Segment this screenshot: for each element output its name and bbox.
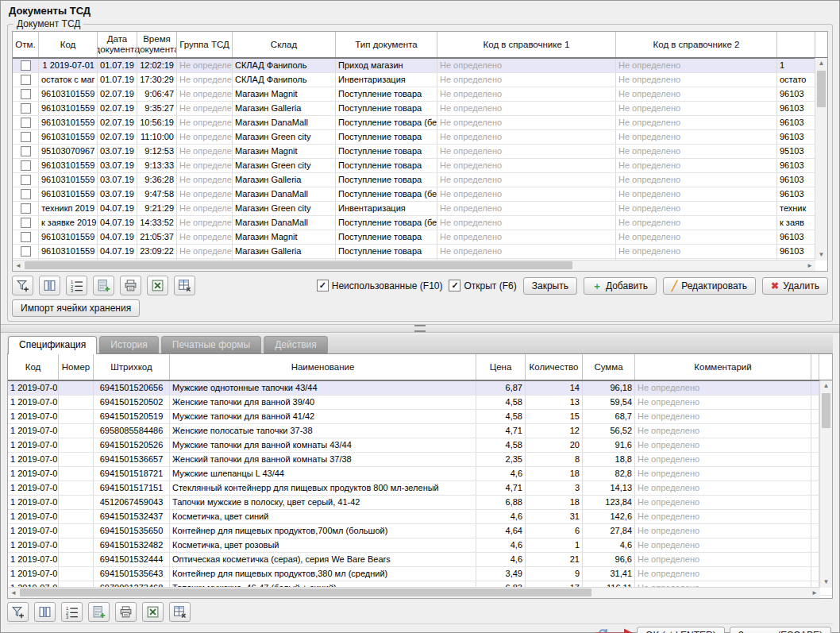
column-visibility-button[interactable] — [39, 276, 60, 295]
checkbox-unchecked-icon[interactable] — [21, 89, 31, 99]
table-row[interactable]: 1 2019-07-016941501518721Мужские шлепанц… — [8, 467, 832, 481]
table-row[interactable]: 1 2019-07-016941501532444Оптическая косм… — [8, 553, 832, 567]
checkbox-unchecked-icon[interactable] — [21, 175, 31, 185]
row-checkbox[interactable] — [13, 116, 39, 129]
vertical-scrollbar[interactable]: ▲ ▼ — [819, 380, 832, 588]
scrollbar-thumb[interactable] — [822, 393, 830, 428]
column-header-code[interactable]: Код — [8, 354, 59, 380]
table-row[interactable]: 1 2019-07-016941501532437Косметичка, цве… — [8, 510, 832, 524]
scrollbar-thumb[interactable] — [25, 261, 572, 269]
row-checkbox[interactable] — [13, 87, 39, 101]
column-header-code[interactable]: Код — [39, 32, 98, 57]
horizontal-scrollbar[interactable]: ◄ ► — [13, 260, 815, 271]
column-header-ref2[interactable]: Код в справочнике 2 — [616, 32, 777, 57]
column-header-comment[interactable]: Комментарий — [635, 354, 811, 380]
column-header-tail[interactable] — [777, 32, 815, 57]
table-row[interactable]: 1 2019-07-016941501532482Косметичка, цве… — [8, 538, 832, 553]
vertical-scrollbar[interactable]: ▲ ▼ — [815, 58, 827, 261]
column-header-time[interactable]: Время документа — [137, 32, 177, 57]
row-checkbox[interactable] — [13, 230, 39, 244]
tab-печатные-формы[interactable]: Печатные формы — [161, 336, 261, 353]
export-excel-button[interactable] — [142, 602, 164, 622]
scrollbar-thumb[interactable] — [817, 71, 826, 107]
table-row[interactable]: 1 2019-07-016941501520526Мужские тапочки… — [8, 438, 832, 453]
filter-unused[interactable]: ✓ Неиспользованные (F10) — [317, 280, 443, 291]
ok-button[interactable]: OK (ctrl ENTER) — [637, 627, 725, 633]
column-visibility-button[interactable] — [34, 602, 56, 622]
close-escape-button[interactable]: Закрыть (ESCAPE) — [730, 627, 831, 633]
filter-add-button[interactable] — [7, 602, 29, 622]
table-row[interactable]: 9610310155903.07.199:36:28Не определеноМ… — [13, 173, 827, 187]
grid-settings-button[interactable] — [169, 602, 191, 622]
row-checkbox[interactable] — [13, 173, 39, 187]
row-checkbox[interactable] — [13, 216, 39, 230]
checkbox-checked-icon[interactable]: ✓ — [317, 280, 329, 291]
column-header-sum[interactable]: Сумма — [583, 354, 635, 380]
table-row[interactable]: 1 2019-07-014512067459043Тапочки мужские… — [8, 496, 832, 510]
table-row[interactable]: 9510307096703.07.199:12:53Не определеноМ… — [13, 145, 827, 159]
row-checkbox[interactable] — [13, 202, 39, 215]
print-button[interactable] — [115, 602, 137, 622]
scroll-right-icon[interactable]: ► — [804, 261, 815, 271]
scroll-right-icon[interactable]: ► — [809, 588, 820, 598]
numbered-list-button[interactable]: 123 — [61, 602, 83, 622]
checkbox-unchecked-icon[interactable] — [21, 203, 31, 214]
column-header-price[interactable]: Цена — [476, 354, 526, 380]
table-row[interactable]: 1 2019-07-016941501520656Мужские однотон… — [8, 381, 832, 396]
checkbox-unchecked-icon[interactable] — [21, 118, 31, 128]
scrollbar-thumb[interactable] — [20, 589, 591, 596]
filter-add-button[interactable] — [12, 276, 33, 295]
table-row[interactable]: 1 2019-07-016941501520519Мужские тапочки… — [8, 410, 832, 424]
column-header-warehouse[interactable]: Склад — [233, 32, 336, 57]
column-header-number[interactable]: Номер — [59, 354, 94, 380]
edit-button[interactable]: ╱Редактировать — [663, 277, 756, 295]
row-checkbox[interactable] — [13, 159, 39, 172]
row-checkbox[interactable] — [13, 187, 39, 201]
table-row[interactable]: 1 2019-07-016941501535650Контейнер для п… — [8, 524, 832, 538]
close-button[interactable]: Закрыть — [523, 277, 577, 295]
scroll-down-icon[interactable]: ▼ — [815, 249, 827, 261]
scroll-up-icon[interactable]: ▲ — [820, 380, 832, 392]
column-header-ref1[interactable]: Код в справочнике 1 — [437, 32, 616, 57]
table-row[interactable]: 9610310155904.07.1921:05:37Не определено… — [13, 230, 827, 245]
table-row[interactable]: остаток с маг01.07.1917:30:29Не определе… — [13, 73, 827, 87]
import-storage-cell-button[interactable]: Импорт ячейки хранения — [12, 299, 140, 317]
filter-open[interactable]: ✓ Открыт (F6) — [449, 280, 516, 291]
export-excel-button[interactable] — [147, 276, 168, 295]
checkbox-unchecked-icon[interactable] — [21, 103, 31, 114]
table-row[interactable]: 1 2019-07-016941501536657Женский тапочки… — [8, 453, 832, 467]
checkbox-unchecked-icon[interactable] — [21, 189, 31, 199]
table-row[interactable]: 1 2019-07-016941501535643Контейнер для п… — [8, 567, 832, 581]
table-row[interactable]: 9610310155903.07.199:47:58Не определеноМ… — [13, 187, 827, 202]
column-header-group[interactable]: Группа ТСД — [177, 32, 233, 57]
checkbox-unchecked-icon[interactable] — [21, 146, 31, 156]
delete-button[interactable]: ✖Удалить — [762, 277, 828, 295]
scroll-down-icon[interactable]: ▼ — [820, 577, 832, 588]
table-row[interactable]: 1 2019-07-016941501520502Женские тапочки… — [8, 396, 832, 410]
tab-спецификация[interactable]: Спецификация — [8, 336, 97, 354]
checkbox-unchecked-icon[interactable] — [21, 232, 31, 242]
calculator-add-button[interactable] — [93, 276, 114, 295]
checkbox-unchecked-icon[interactable] — [21, 75, 31, 85]
add-button[interactable]: ＋Добавить — [584, 277, 657, 295]
column-header-mark[interactable]: Отм. — [13, 32, 39, 57]
table-row[interactable]: 9610310155902.07.1910:56:19Не определено… — [13, 116, 827, 130]
table-row[interactable]: 1 2019-07-016941501517151Стеклянный конт… — [8, 481, 832, 496]
checkbox-unchecked-icon[interactable] — [21, 132, 31, 142]
checkbox-checked-icon[interactable]: ✓ — [449, 280, 460, 291]
numbered-list-button[interactable]: 123 — [66, 276, 87, 295]
row-checkbox[interactable] — [13, 245, 39, 258]
panel-splitter[interactable] — [1, 324, 839, 333]
checkbox-unchecked-icon[interactable] — [21, 160, 31, 171]
scroll-up-icon[interactable]: ▲ — [815, 58, 827, 69]
row-checkbox[interactable] — [13, 59, 39, 72]
row-checkbox[interactable] — [13, 102, 39, 115]
table-row[interactable]: 9610310155903.07.199:13:33Не определеноМ… — [13, 159, 827, 173]
row-checkbox[interactable] — [13, 130, 39, 144]
row-checkbox[interactable] — [13, 73, 39, 87]
column-header-extra[interactable] — [811, 354, 819, 380]
checkbox-unchecked-icon[interactable] — [21, 246, 31, 257]
table-row[interactable]: 9610310155904.07.1923:09:22Не определено… — [13, 245, 827, 259]
column-header-barcode[interactable]: Штрихкод — [94, 354, 170, 380]
table-row[interactable]: 9610310155902.07.199:35:27Не определеноМ… — [13, 102, 827, 116]
